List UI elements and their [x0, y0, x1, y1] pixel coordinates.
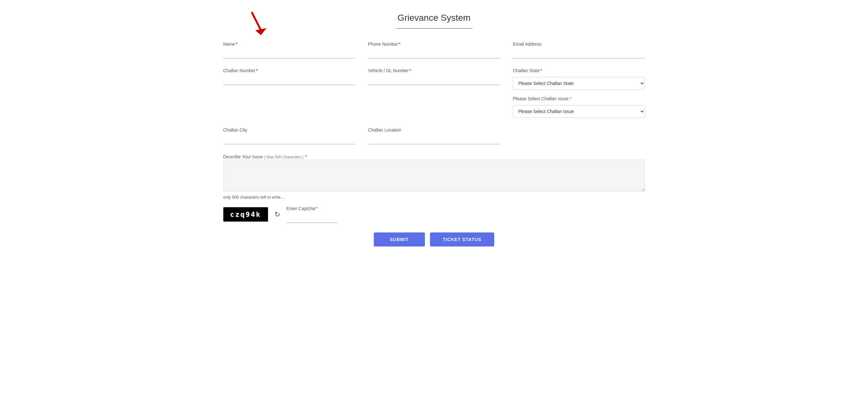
- captcha-image: czq94k: [223, 207, 268, 222]
- captcha-row: czq94k ↻ Enter Captcha*: [223, 206, 645, 223]
- empty-cell: [513, 127, 645, 144]
- name-label: Name*: [223, 41, 355, 46]
- captcha-input[interactable]: [286, 214, 338, 223]
- vehicle-dl-field: Vehicle / DL Number*: [368, 68, 500, 118]
- refresh-captcha-button[interactable]: ↻: [274, 210, 280, 219]
- challan-number-label: Challan Number*: [223, 68, 355, 73]
- challan-number-field: Challan Number*: [223, 68, 355, 118]
- char-count: only 500 characters left to write....: [223, 195, 645, 200]
- challan-state-column: Challan State* Please Select Challan Sta…: [513, 68, 645, 118]
- title-divider: [396, 28, 472, 29]
- email-input[interactable]: [513, 49, 645, 59]
- challan-issue-select-label: Please Select Challan Issue *: [513, 96, 645, 101]
- grievance-form: Name* Phone Number* Email Address Challa…: [223, 41, 645, 247]
- challan-state-label: Challan State*: [513, 68, 645, 73]
- ticket-status-button[interactable]: TICKET STATUS: [430, 232, 494, 247]
- challan-number-input[interactable]: [223, 76, 355, 85]
- challan-issue-select[interactable]: Please Select Challan Issue: [513, 105, 645, 118]
- captcha-label: Enter Captcha*: [286, 206, 338, 211]
- challan-city-field: Challan City: [223, 127, 355, 144]
- challan-state-field: Challan State* Please Select Challan Sta…: [513, 68, 645, 90]
- svg-line-0: [252, 13, 261, 30]
- vehicle-dl-input[interactable]: [368, 76, 500, 85]
- describe-textarea[interactable]: [223, 160, 645, 192]
- challan-state-select[interactable]: Please Select Challan State: [513, 77, 645, 90]
- challan-city-input[interactable]: [223, 135, 355, 144]
- challan-city-label: Challan City: [223, 127, 355, 132]
- name-required: *: [236, 41, 237, 46]
- phone-field: Phone Number*: [368, 41, 500, 59]
- describe-row: Describe Your Issue ( Max 500 Characters…: [223, 154, 645, 200]
- arrow-indicator: [249, 9, 268, 35]
- vehicle-dl-label: Vehicle / DL Number*: [368, 68, 500, 73]
- vehicle-dl-required: *: [409, 68, 411, 73]
- phone-input[interactable]: [368, 49, 500, 59]
- phone-label: Phone Number*: [368, 41, 500, 46]
- email-field: Email Address: [513, 41, 645, 59]
- challan-location-label: Challan Location: [368, 127, 500, 132]
- challan-issue-field: Please Select Challan Issue * Please Sel…: [513, 96, 645, 118]
- button-row: SUBMIT TICKET STATUS: [223, 232, 645, 247]
- challan-location-field: Challan Location: [368, 127, 500, 144]
- name-field: Name*: [223, 41, 355, 59]
- phone-required: *: [399, 41, 400, 46]
- describe-required: *: [305, 154, 307, 159]
- page-title: Grievance System: [223, 13, 645, 26]
- challan-number-required: *: [256, 68, 258, 73]
- name-input[interactable]: [223, 49, 355, 59]
- captcha-input-group: Enter Captcha*: [286, 206, 338, 223]
- email-label: Email Address: [513, 41, 645, 46]
- captcha-required: *: [316, 206, 317, 211]
- describe-label: Describe Your Issue ( Max 500 Characters…: [223, 154, 307, 159]
- challan-location-input[interactable]: [368, 135, 500, 144]
- challan-state-required: *: [540, 68, 542, 73]
- submit-button[interactable]: SUBMIT: [374, 232, 425, 247]
